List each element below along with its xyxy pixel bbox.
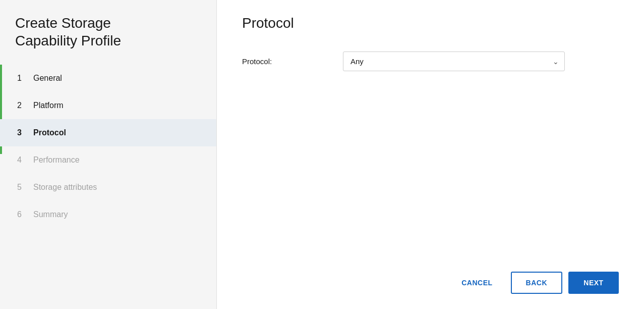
sidebar-item-storage-attributes[interactable]: 5 Storage attributes (0, 174, 216, 201)
sidebar-title: Create Storage Capability Profile (0, 0, 216, 65)
sidebar-item-protocol[interactable]: 3 Protocol (0, 119, 216, 146)
step-label-protocol: Protocol (33, 128, 66, 137)
step-number-6: 6 (17, 210, 27, 219)
back-button[interactable]: BACK (511, 272, 562, 294)
sidebar-item-platform[interactable]: 2 Platform (0, 92, 216, 119)
sidebar-item-performance[interactable]: 4 Performance (0, 146, 216, 174)
step-label-general: General (33, 74, 62, 83)
protocol-row: Protocol: Any FC iSCSI NFS VMFS ⌄ (242, 52, 619, 71)
step-number-1: 1 (17, 74, 27, 83)
protocol-select-wrapper: Any FC iSCSI NFS VMFS ⌄ (343, 52, 565, 71)
step-number-4: 4 (17, 156, 27, 165)
sidebar: Create Storage Capability Profile 1 Gene… (0, 0, 217, 309)
protocol-label: Protocol: (242, 57, 343, 66)
sidebar-nav: 1 General 2 Platform 3 Protocol 4 Perfor… (0, 65, 216, 228)
step-label-platform: Platform (33, 101, 64, 110)
step-label-performance: Performance (33, 156, 80, 165)
footer-buttons: CANCEL BACK NEXT (242, 262, 619, 294)
next-button[interactable]: NEXT (568, 272, 619, 294)
protocol-select[interactable]: Any FC iSCSI NFS VMFS (343, 52, 565, 71)
step-number-2: 2 (17, 101, 27, 110)
sidebar-item-summary[interactable]: 6 Summary (0, 201, 216, 228)
page-title: Protocol (242, 15, 619, 31)
sidebar-item-general[interactable]: 1 General (0, 65, 216, 92)
step-number-3: 3 (17, 128, 27, 137)
main-content: Protocol Protocol: Any FC iSCSI NFS VMFS… (217, 0, 644, 309)
form-section: Protocol: Any FC iSCSI NFS VMFS ⌄ (242, 52, 619, 262)
step-label-summary: Summary (33, 210, 68, 219)
step-label-storage-attributes: Storage attributes (33, 183, 97, 192)
step-number-5: 5 (17, 183, 27, 192)
cancel-button[interactable]: CANCEL (449, 272, 504, 294)
